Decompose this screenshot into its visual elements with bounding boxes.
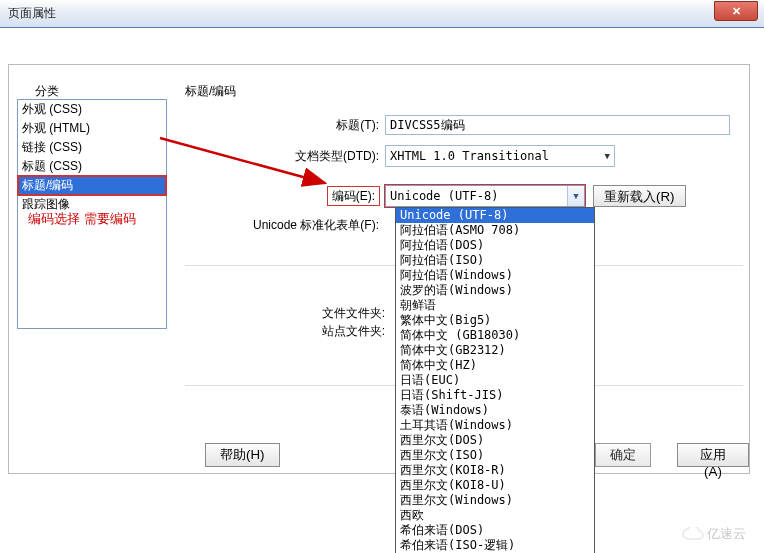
encoding-option[interactable]: 日语(Shift-JIS)	[396, 388, 594, 403]
inner-frame: 分类 标题/编码 外观 (CSS)外观 (HTML)链接 (CSS)标题 (CS…	[8, 64, 750, 474]
encoding-option[interactable]: 朝鲜语	[396, 298, 594, 313]
chevron-down-icon: ▼	[605, 151, 610, 161]
encoding-option[interactable]: 西里尔文(KOI8-U)	[396, 478, 594, 493]
dtd-select[interactable]: XHTML 1.0 Transitional ▼	[385, 145, 615, 167]
help-button[interactable]: 帮助(H)	[205, 443, 280, 467]
encoding-option[interactable]: Unicode (UTF-8)	[396, 208, 594, 223]
encoding-option[interactable]: 西欧	[396, 508, 594, 523]
encoding-option[interactable]: 希伯来语(DOS)	[396, 523, 594, 538]
close-button[interactable]: ✕	[714, 1, 758, 21]
site-folder-label: 站点文件夹:	[261, 323, 385, 340]
encoding-option[interactable]: 土耳其语(Windows)	[396, 418, 594, 433]
close-icon: ✕	[732, 5, 741, 18]
ok-button[interactable]: 确定	[595, 443, 651, 467]
encoding-option[interactable]: 波罗的语(Windows)	[396, 283, 594, 298]
dtd-label: 文档类型(DTD):	[185, 148, 385, 165]
watermark: 亿速云	[682, 525, 746, 543]
encoding-value: Unicode (UTF-8)	[390, 189, 498, 203]
encoding-option[interactable]: 日语(EUC)	[396, 373, 594, 388]
apply-button[interactable]: 应用(A)	[677, 443, 749, 467]
chevron-down-icon: ▼	[567, 186, 584, 206]
encoding-option[interactable]: 阿拉伯语(ASMO 708)	[396, 223, 594, 238]
dialog-content: 分类 标题/编码 外观 (CSS)外观 (HTML)链接 (CSS)标题 (CS…	[0, 28, 764, 553]
file-folder-label: 文件文件夹:	[261, 305, 385, 322]
annotation-text: 编码选择 需要编码	[28, 210, 136, 228]
encoding-option[interactable]: 西里尔文(KOI8-R)	[396, 463, 594, 478]
title-input[interactable]	[385, 115, 730, 135]
encoding-option[interactable]: 西里尔文(Windows)	[396, 493, 594, 508]
encoding-option[interactable]: 简体中文(GB2312)	[396, 343, 594, 358]
category-heading: 分类	[35, 83, 59, 100]
category-item[interactable]: 链接 (CSS)	[18, 138, 166, 157]
encoding-select[interactable]: Unicode (UTF-8) ▼	[385, 185, 585, 207]
encoding-option[interactable]: 阿拉伯语(Windows)	[396, 268, 594, 283]
reload-button[interactable]: 重新载入(R)	[593, 185, 686, 207]
encoding-option[interactable]: 简体中文 (GB18030)	[396, 328, 594, 343]
category-item[interactable]: 标题/编码	[18, 176, 166, 195]
encoding-option[interactable]: 阿拉伯语(ISO)	[396, 253, 594, 268]
encoding-option[interactable]: 繁体中文(Big5)	[396, 313, 594, 328]
category-item[interactable]: 外观 (CSS)	[18, 100, 166, 119]
normalize-label: Unicode 标准化表单(F):	[185, 217, 385, 234]
category-item[interactable]: 标题 (CSS)	[18, 157, 166, 176]
encoding-option[interactable]: 泰语(Windows)	[396, 403, 594, 418]
window-title: 页面属性	[8, 5, 56, 22]
category-item[interactable]: 外观 (HTML)	[18, 119, 166, 138]
encoding-option[interactable]: 阿拉伯语(DOS)	[396, 238, 594, 253]
title-label: 标题(T):	[185, 117, 385, 134]
encoding-option[interactable]: 西里尔文(DOS)	[396, 433, 594, 448]
panel-heading: 标题/编码	[185, 83, 236, 100]
dtd-value: XHTML 1.0 Transitional	[390, 149, 549, 163]
encoding-option[interactable]: 简体中文(HZ)	[396, 358, 594, 373]
titlebar: 页面属性 ✕	[0, 0, 764, 28]
encoding-label: 编码(E):	[185, 188, 385, 205]
encoding-option[interactable]: 西里尔文(ISO)	[396, 448, 594, 463]
encoding-dropdown-list[interactable]: Unicode (UTF-8)阿拉伯语(ASMO 708)阿拉伯语(DOS)阿拉…	[395, 207, 595, 553]
encoding-option[interactable]: 希伯来语(ISO-逻辑)	[396, 538, 594, 553]
